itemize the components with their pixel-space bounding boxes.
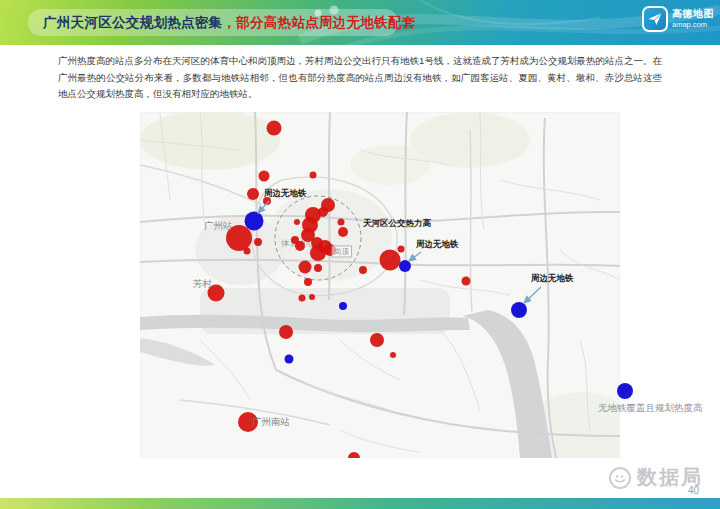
map-annotation: 天河区公交热力高 — [362, 218, 432, 228]
no-metro-point — [339, 302, 347, 310]
hot-point — [380, 250, 401, 271]
hot-point — [254, 238, 262, 246]
hot-point — [338, 219, 345, 226]
hot-point — [259, 171, 270, 182]
hot-point — [244, 248, 251, 255]
map-base — [140, 112, 620, 458]
no-metro-point — [245, 212, 264, 231]
no-metro-point — [399, 260, 411, 272]
bottom-gradient-bar — [0, 498, 720, 509]
map-place-label: 岗顶 — [334, 247, 350, 256]
amap-paper-plane-icon — [642, 6, 668, 32]
map-place-label: 芳村 — [192, 278, 213, 289]
hot-point — [310, 172, 317, 179]
title-bar: 广州天河区公交规划热点密集，部分高热站点周边无地铁配套 — [28, 9, 398, 36]
hot-point — [299, 261, 312, 274]
amap-logo-name: 高德地图 — [672, 9, 714, 19]
body-paragraph: 广州热度高的站点多分布在天河区的体育中心和岗顶周边，芳村周边公交出行只有地铁1号… — [58, 53, 662, 103]
hot-point — [338, 227, 348, 237]
hot-point — [370, 333, 384, 347]
amap-logo-domain: amap.com — [672, 21, 714, 29]
map-annotation: 周边无地铁 — [415, 239, 459, 249]
slide-title-main: 广州天河区公交规划热点密集 — [43, 15, 222, 30]
map-place-label: 广州站 — [204, 220, 233, 231]
no-metro-point — [285, 355, 294, 364]
hot-point — [309, 294, 315, 300]
hot-point — [462, 277, 471, 286]
hot-point — [279, 325, 293, 339]
hot-point — [318, 207, 328, 217]
hot-point — [291, 236, 299, 244]
amap-logo: 高德地图 amap.com — [642, 6, 714, 32]
hot-point — [390, 352, 396, 358]
header-banner: 广州天河区公交规划热点密集，部分高热站点周边无地铁配套 高德地图 amap.co… — [0, 0, 720, 45]
map-place-label: 广州南站 — [252, 416, 290, 427]
databureau-logo-icon — [608, 466, 632, 490]
hot-point — [359, 266, 367, 274]
slide: 广州天河区公交规划热点密集，部分高热站点周边无地铁配套 高德地图 amap.co… — [0, 0, 720, 509]
hot-point — [314, 264, 322, 272]
hot-point — [267, 121, 282, 136]
hot-point — [299, 295, 306, 302]
amap-logo-text: 高德地图 amap.com — [672, 9, 714, 29]
hot-point — [304, 278, 312, 286]
no-metro-point — [511, 302, 527, 318]
map-canvas: 体育中心广州站岗顶芳村广州南站周边无地铁天河区公交热力高周边无地铁周边无地铁 — [140, 112, 620, 458]
map-annotation: 周边无地铁 — [263, 188, 307, 198]
hot-point — [398, 246, 405, 253]
legend-blue-dot — [617, 383, 633, 399]
hot-point — [247, 188, 259, 200]
map-annotation: 周边无地铁 — [530, 273, 574, 283]
page-number: 40 — [688, 485, 699, 496]
legend-label: 无地铁覆盖且规划热度高 — [598, 402, 720, 415]
hot-point — [294, 219, 300, 225]
slide-title-accent: ，部分高热站点周边无地铁配套 — [222, 15, 415, 30]
hot-point — [310, 245, 326, 261]
